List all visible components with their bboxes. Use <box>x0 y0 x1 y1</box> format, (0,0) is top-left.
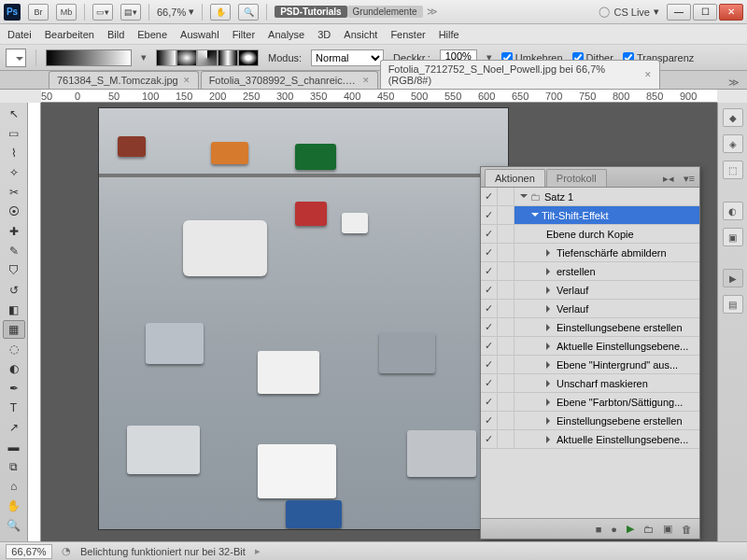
status-zoom[interactable]: 66,67% <box>6 544 52 559</box>
menu-ansicht[interactable]: Ansicht <box>344 29 377 40</box>
action-step-row[interactable]: ✓Unscharf maskieren <box>481 374 699 393</box>
gradient-tool-preset[interactable] <box>6 49 26 67</box>
zoom-button[interactable]: 🔍 <box>238 4 259 21</box>
eyedropper-tool[interactable]: ⦿ <box>3 203 25 221</box>
actions-footer: ■ ● ▶ 🗀 ▣ 🗑 <box>481 518 699 539</box>
menu-filter[interactable]: Filter <box>233 29 255 40</box>
doc-tab-active[interactable]: Fotolia_7212752_S_Noel_Powell.jpg bei 66… <box>380 60 660 89</box>
path-tool[interactable]: ↗ <box>3 418 25 437</box>
hand-button[interactable]: ✋ <box>210 4 231 21</box>
dropdown-icon[interactable]: ▾ <box>141 51 147 63</box>
record-icon[interactable]: ● <box>611 524 617 535</box>
crop-tool[interactable]: ✂ <box>3 183 25 202</box>
menu-bild[interactable]: Bild <box>107 29 124 40</box>
3d-cam-tool[interactable]: ⌂ <box>3 477 25 496</box>
tab-protokoll[interactable]: Protokoll <box>546 169 607 187</box>
action-row-selected[interactable]: ✓ Tilt-Shift-Effekt <box>481 206 699 225</box>
history-panel-icon[interactable]: ▤ <box>723 295 743 314</box>
workspace-other[interactable]: Grundelemente <box>347 6 423 18</box>
healing-tool[interactable]: ✚ <box>3 222 25 241</box>
workspace-more-icon[interactable]: ≫ <box>427 6 438 18</box>
menu-fenster[interactable]: Fenster <box>390 29 425 40</box>
type-tool[interactable]: T <box>3 399 25 417</box>
play-icon[interactable]: ▶ <box>627 523 634 535</box>
stamp-tool[interactable]: ⛉ <box>3 261 25 280</box>
menu-ebene[interactable]: Ebene <box>137 29 167 40</box>
action-step-row[interactable]: ✓Aktuelle Einstellungsebene... <box>481 337 699 356</box>
blur-tool[interactable]: ◌ <box>3 340 25 358</box>
stop-icon[interactable]: ■ <box>596 524 602 535</box>
tab-aktionen[interactable]: Aktionen <box>485 169 545 187</box>
menu-bearbeiten[interactable]: Bearbeiten <box>45 29 94 40</box>
hand-tool[interactable]: ✋ <box>3 497 25 515</box>
panel-menu-icon[interactable]: ▾≡ <box>679 171 699 187</box>
gradient-radial[interactable] <box>176 49 197 66</box>
marquee-tool[interactable]: ▭ <box>3 124 25 143</box>
action-step-row[interactable]: ✓Aktuelle Einstellungsebene... <box>481 430 699 449</box>
move-tool[interactable]: ↖ <box>3 105 25 123</box>
doc-tab[interactable]: Fotolia_3708992_S_chanreic.jpg✕ <box>201 71 378 89</box>
shape-tool[interactable]: ▬ <box>3 438 25 456</box>
modus-select[interactable]: Normal <box>311 49 384 66</box>
dodge-tool[interactable]: ◐ <box>3 359 25 378</box>
swatches-panel-icon[interactable]: ◈ <box>723 134 743 153</box>
action-step-row[interactable]: ✓Ebene durch Kopie <box>481 225 699 244</box>
action-step-row[interactable]: ✓Ebene "Hintergrund" aus... <box>481 356 699 374</box>
action-step-row[interactable]: ✓Tiefenschärfe abmildern <box>481 244 699 262</box>
3d-tool[interactable]: ⧉ <box>3 457 25 476</box>
pen-tool[interactable]: ✒ <box>3 379 25 398</box>
menu-hilfe[interactable]: Hilfe <box>439 29 459 40</box>
maximize-button[interactable]: ☐ <box>693 4 717 21</box>
gradient-linear[interactable] <box>156 49 176 66</box>
action-step-row[interactable]: ✓erstellen <box>481 262 699 281</box>
cslive-button[interactable]: ◯CS Live ▾ <box>599 6 659 18</box>
close-icon[interactable]: ✕ <box>183 76 190 85</box>
styles-panel-icon[interactable]: ⬚ <box>723 161 743 179</box>
actions-list[interactable]: ✓ 🗀 Satz 1 ✓ Tilt-Shift-Effekt ✓Ebene du… <box>481 188 699 518</box>
close-icon[interactable]: ✕ <box>362 76 370 85</box>
doc-tab[interactable]: 761384_S_M.Tomczak.jpg✕ <box>49 71 199 89</box>
ruler-horizontal[interactable]: 5005010015020025030035040045050055060065… <box>41 90 717 103</box>
lasso-tool[interactable]: ⌇ <box>3 144 25 162</box>
masks-panel-icon[interactable]: ▣ <box>723 228 743 246</box>
new-set-icon[interactable]: 🗀 <box>643 524 654 535</box>
ruler-vertical[interactable] <box>28 103 41 560</box>
action-step-row[interactable]: ✓Einstellungsebene erstellen <box>481 412 699 430</box>
wand-tool[interactable]: ✧ <box>3 163 25 182</box>
adjustments-panel-icon[interactable]: ◐ <box>723 202 743 220</box>
screenmode-button[interactable]: ▭▾ <box>92 4 113 21</box>
bridge-button[interactable]: Br <box>28 4 49 21</box>
arrange-button[interactable]: ▤▾ <box>120 4 141 21</box>
trash-icon[interactable]: 🗑 <box>682 524 692 535</box>
gradient-angular[interactable] <box>197 49 218 66</box>
gradient-tool[interactable]: ▦ <box>3 320 25 339</box>
menu-auswahl[interactable]: Auswahl <box>180 29 219 40</box>
zoom-tool[interactable]: 🔍 <box>3 516 25 535</box>
menu-datei[interactable]: Datei <box>7 29 32 40</box>
close-button[interactable]: ✕ <box>719 4 743 21</box>
gradient-reflected[interactable] <box>218 49 238 66</box>
gradient-diamond[interactable] <box>238 49 259 66</box>
minibridge-button[interactable]: Mb <box>56 4 77 21</box>
action-step-row[interactable]: ✓Ebene "Farbton/Sättigung... <box>481 393 699 412</box>
tabs-overflow-icon[interactable]: ≫ <box>721 77 747 89</box>
action-set-row[interactable]: ✓ 🗀 Satz 1 <box>481 188 699 206</box>
panel-collapse-icon[interactable]: ▸◂ <box>658 171 679 187</box>
close-icon[interactable]: ✕ <box>644 70 652 79</box>
actions-panel-icon[interactable]: ▶ <box>723 269 743 287</box>
gradient-picker[interactable] <box>46 49 132 66</box>
eraser-tool[interactable]: ◧ <box>3 301 25 319</box>
action-step-row[interactable]: ✓Einstellungsebene erstellen <box>481 318 699 337</box>
action-step-row[interactable]: ✓Verlauf <box>481 300 699 318</box>
history-brush-tool[interactable]: ↺ <box>3 281 25 300</box>
menu-analyse[interactable]: Analyse <box>268 29 304 40</box>
new-action-icon[interactable]: ▣ <box>663 523 672 535</box>
workspace-active[interactable]: PSD-Tutorials <box>275 6 346 18</box>
menu-3d[interactable]: 3D <box>317 29 331 40</box>
action-step-row[interactable]: ✓Verlauf <box>481 281 699 300</box>
title-zoom[interactable]: 66,7% ▾ <box>157 6 194 18</box>
minimize-button[interactable]: — <box>667 4 691 21</box>
info-icon[interactable]: ◔ <box>62 545 71 557</box>
brush-tool[interactable]: ✎ <box>3 242 25 260</box>
color-panel-icon[interactable]: ◆ <box>723 108 743 127</box>
